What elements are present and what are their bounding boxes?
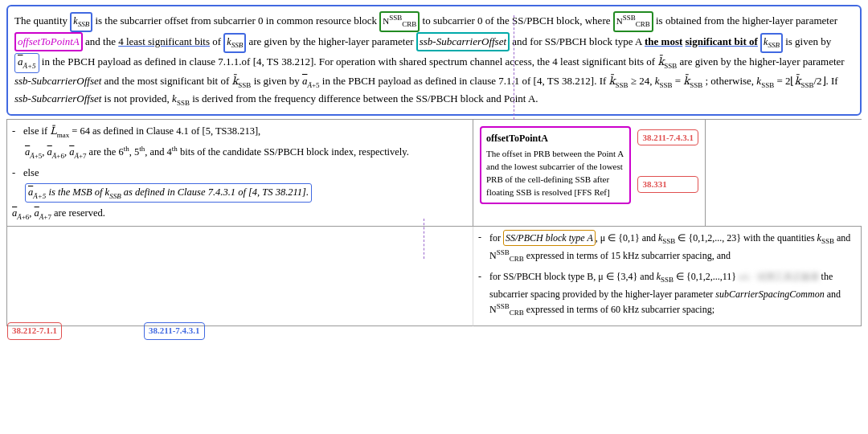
underline-most: the most <box>645 35 682 47</box>
abar-indices-text: aĀ+5, aĀ+6, aĀ+7 are the 6th, 5th, and 4… <box>12 143 468 162</box>
ref-tag-38331: 38.331 <box>637 176 698 193</box>
bullet-type-a: - for SS/PBCH block type A, μ ∈ {0,1} an… <box>478 230 856 266</box>
ref-212-bottom: 38.212-7.1.1 <box>7 322 62 339</box>
main-paragraph: The quantity kSSB is the subcarrier offs… <box>14 11 854 109</box>
underline-4lsb: 4 least significant bits <box>118 35 210 47</box>
dashed-arrow-down <box>424 219 424 259</box>
bottom-right-panel: - for SS/PBCH block type A, μ ∈ {0,1} an… <box>473 227 862 326</box>
n-crb-ssb-top: NSSBCRB <box>379 11 420 32</box>
underline-significant-bit: significant bit of <box>686 35 758 47</box>
ref-38212-tag: 38.212-7.1.1 <box>7 322 62 339</box>
tooltip-content: offsetToPointA The offset in PRB between… <box>480 126 631 204</box>
ref-38211-tag: 38.211-7.4.3.1 <box>144 322 205 339</box>
top-text-block: The quantity kSSB is the subcarrier offs… <box>6 5 862 116</box>
msb-formula-box: aĀ+5 is the MSB of kSSB as defined in Cl… <box>25 183 312 203</box>
right-filler <box>706 119 862 227</box>
lmax-text: else if L̄max = 64 as defined in Clause … <box>23 123 260 141</box>
type-a-text: for SS/PBCH block type A, μ ∈ {0,1} and … <box>489 230 856 266</box>
tooltip-title: offsetToPointA <box>486 131 624 145</box>
n-crb-ssb-2: NSSBCRB <box>613 11 653 32</box>
ss-pbch-type-a-box: SS/PBCH block type A <box>503 230 596 247</box>
bullet-else: - else <box>12 165 468 181</box>
type-b-text: for SS/PBCH block type B, μ ∈ {3,4} and … <box>489 269 856 319</box>
tooltip-body: The offset in PRB between the Point A an… <box>486 148 624 199</box>
bottom-section: 38.212-7.1.1 38.211-7.4.3.1 - for SS/PBC… <box>6 227 862 326</box>
bullet-lmax: - else if L̄max = 64 as defined in Claus… <box>12 123 468 141</box>
msb-formula-box-wrapper: aĀ+5 is the MSB of kSSB as defined in Cl… <box>12 183 468 203</box>
watermark-blur: wL · 试用工具正版请 <box>739 272 819 281</box>
dashed-arrow-top <box>514 15 514 120</box>
k-ssb-inline-3: kSSB <box>760 33 783 53</box>
left-panel: - else if L̄max = 64 as defined in Claus… <box>6 119 473 227</box>
k-ssb-inline-2: kSSB <box>223 33 246 53</box>
bullet-type-b: - for SS/PBCH block type B, μ ∈ {3,4} an… <box>478 269 856 319</box>
abar-reserved-text: aĀ+6, aĀ+7 are reserved. <box>12 205 468 223</box>
bottom-left-panel: 38.212-7.1.1 38.211-7.4.3.1 <box>6 227 473 326</box>
right-panel-tooltip: offsetToPointA The offset in PRB between… <box>473 119 706 227</box>
k-ssb-inline: kSSB <box>70 12 92 32</box>
offset-to-point-a-box: offsetToPointA <box>14 32 83 51</box>
ref-211-bottom: 38.211-7.4.3.1 <box>144 322 205 339</box>
else-text: else <box>23 165 39 181</box>
ssb-subcarrier-offset-box: ssb-SubcarrierOffset <box>416 32 510 51</box>
ref-tag-38211: 38.211-7.4.3.1 <box>637 129 698 146</box>
page-container: The quantity kSSB is the subcarrier offs… <box>0 5 868 434</box>
middle-section: - else if L̄max = 64 as defined in Claus… <box>6 119 862 227</box>
a-bar-formula: aĀ+5 <box>14 53 39 73</box>
